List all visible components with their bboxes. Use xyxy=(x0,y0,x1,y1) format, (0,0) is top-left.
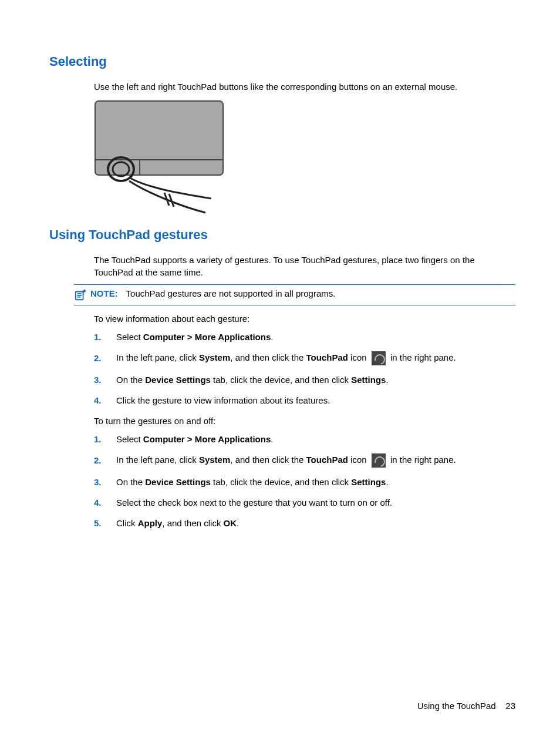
step-text: Click the gesture to view information ab… xyxy=(116,394,515,406)
gestures-intro: The TouchPad supports a variety of gestu… xyxy=(94,254,515,278)
step-number: 1. xyxy=(94,433,104,445)
selecting-intro: Use the left and right TouchPad buttons … xyxy=(94,80,515,93)
note-text: TouchPad gestures are not supported in a… xyxy=(126,288,336,298)
list-item: 1. Select Computer > More Applications. xyxy=(94,433,515,445)
touchpad-app-icon xyxy=(372,351,386,365)
step-number: 1. xyxy=(94,331,104,343)
step-text: Select Computer > More Applications. xyxy=(116,433,515,445)
steps-toggle: 1. Select Computer > More Applications. … xyxy=(94,433,515,529)
step-number: 3. xyxy=(94,374,104,386)
footer-title: Using the TouchPad xyxy=(417,701,496,711)
heading-gestures: Using TouchPad gestures xyxy=(49,226,515,244)
note-box: NOTE: TouchPad gestures are not supporte… xyxy=(74,284,515,305)
step-text: On the Device Settings tab, click the de… xyxy=(116,374,515,386)
list-item: 3. On the Device Settings tab, click the… xyxy=(94,374,515,386)
note-content: NOTE: TouchPad gestures are not supporte… xyxy=(90,287,335,300)
section1-body: Use the left and right TouchPad buttons … xyxy=(94,80,515,93)
list-item: 2. In the left pane, click System, and t… xyxy=(94,351,515,365)
list-item: 1. Select Computer > More Applications. xyxy=(94,331,515,343)
note-label: NOTE: xyxy=(90,288,118,298)
step-text: On the Device Settings tab, click the de… xyxy=(116,476,515,488)
list-item: 4. Select the check box next to the gest… xyxy=(94,496,515,509)
list-item: 5. Click Apply, and then click OK. xyxy=(94,517,515,529)
heading-selecting: Selecting xyxy=(49,53,515,71)
step-number: 5. xyxy=(94,517,104,529)
view-block: To view information about each gesture: … xyxy=(94,312,515,529)
touchpad-illustration xyxy=(94,100,229,214)
step-number: 4. xyxy=(94,394,104,406)
step-text: In the left pane, click System, and then… xyxy=(116,351,515,365)
steps-view: 1. Select Computer > More Applications. … xyxy=(94,331,515,406)
view-intro: To view information about each gesture: xyxy=(94,312,515,325)
footer-page-number: 23 xyxy=(505,701,515,711)
step-text: Select the check box next to the gesture… xyxy=(116,496,515,509)
list-item: 2. In the left pane, click System, and t… xyxy=(94,453,515,468)
note-icon xyxy=(74,288,87,301)
step-text: Click Apply, and then click OK. xyxy=(116,517,515,529)
list-item: 4. Click the gesture to view information… xyxy=(94,394,515,406)
step-number: 4. xyxy=(94,496,104,509)
step-text: In the left pane, click System, and then… xyxy=(116,453,515,468)
step-text: Select Computer > More Applications. xyxy=(116,331,515,343)
toggle-intro: To turn the gestures on and off: xyxy=(94,415,515,427)
list-item: 3. On the Device Settings tab, click the… xyxy=(94,476,515,488)
step-number: 2. xyxy=(94,454,104,466)
step-number: 3. xyxy=(94,476,104,488)
page-footer: Using the TouchPad 23 xyxy=(417,700,515,712)
step-number: 2. xyxy=(94,352,104,364)
touchpad-app-icon xyxy=(372,453,386,468)
page: Selecting Use the left and right TouchPa… xyxy=(0,0,560,746)
section2-body: The TouchPad supports a variety of gestu… xyxy=(94,254,515,278)
